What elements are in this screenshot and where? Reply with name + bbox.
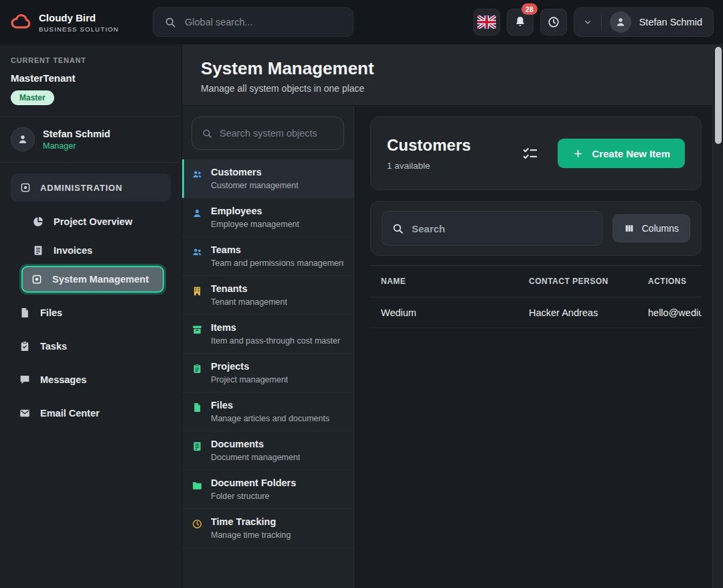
uk-flag-icon — [477, 15, 496, 29]
cloud-logo-icon — [9, 11, 32, 33]
object-description: Folder structure — [211, 492, 296, 501]
object-search-input[interactable] — [220, 128, 334, 139]
columns-button-label: Columns — [642, 223, 679, 234]
object-item-files[interactable]: Files Manage articles and documents — [182, 392, 353, 431]
object-item-employees[interactable]: Employees Employee management — [182, 198, 353, 237]
object-description: Document management — [211, 453, 300, 462]
chevron-down-icon — [582, 17, 593, 27]
search-icon — [392, 222, 404, 235]
system-icon — [31, 273, 43, 285]
clipboard-icon — [191, 363, 203, 374]
sidebar-user-role: Manager — [43, 141, 110, 151]
object-description: Item and pass-through cost master — [211, 336, 340, 346]
brand-tagline: BUSINESS SOLUTION — [39, 25, 119, 33]
object-description: Manage time tracking — [211, 530, 291, 540]
detail-panel: Customers 1 available Create New Item — [354, 106, 712, 588]
avatar — [11, 127, 35, 151]
brand: Cloudy Bird BUSINESS SOLUTION — [9, 11, 153, 33]
notifications-button[interactable]: 28 — [507, 9, 534, 35]
user-menu[interactable]: Stefan Schmid — [574, 7, 714, 37]
object-item-document-folders[interactable]: Document Folders Folder structure — [182, 470, 353, 509]
cell-name: Wedium — [381, 307, 529, 318]
object-item-documents[interactable]: Documents Document management — [182, 431, 353, 470]
object-description: Project management — [211, 375, 288, 384]
sidebar-item-email-center[interactable]: Email Center — [11, 400, 171, 427]
checklist-icon[interactable] — [521, 145, 539, 162]
table-toolbar-card: Columns — [370, 201, 702, 256]
sidebar-item-tasks[interactable]: Tasks — [11, 333, 171, 360]
bell-icon — [513, 15, 527, 29]
section-label: ADMINISTRATION — [40, 183, 123, 193]
clock-icon — [547, 15, 560, 29]
column-header-name: NAME — [381, 277, 529, 286]
tenant-badge: Master — [11, 90, 54, 105]
object-label: Tenants — [211, 283, 287, 294]
object-label: Employees — [211, 206, 299, 216]
object-search[interactable] — [191, 117, 344, 150]
tenant-name: MasterTenant — [11, 72, 171, 84]
system-objects-panel: Customers Customer management Employees … — [182, 106, 354, 588]
object-item-teams[interactable]: Teams Team and permissions management — [182, 237, 353, 276]
columns-button[interactable]: Columns — [613, 214, 690, 242]
table-row[interactable]: Wedium Hacker Andreas hello@wedium — [370, 297, 702, 328]
object-item-time-tracking[interactable]: Time Tracking Manage time tracking — [182, 509, 353, 548]
object-item-tenants[interactable]: Tenants Tenant management — [182, 276, 353, 315]
global-search-input[interactable] — [185, 17, 342, 27]
search-icon — [164, 16, 177, 29]
sidebar-item-messages[interactable]: Messages — [11, 366, 171, 393]
divider — [0, 116, 181, 117]
object-label: Teams — [211, 244, 344, 255]
sidebar-item-label: Messages — [40, 374, 86, 385]
main-content: System Management Manage all system obje… — [182, 44, 712, 588]
customers-table: NAME CONTACT PERSON ACTIONS Wedium Hacke… — [370, 265, 702, 328]
current-tenant-label: CURRENT TENANT — [11, 56, 171, 64]
language-button[interactable] — [473, 9, 500, 35]
page-header: System Management Manage all system obje… — [182, 44, 712, 106]
page-scrollbar — [712, 44, 723, 588]
create-new-item-button[interactable]: Create New Item — [558, 139, 685, 168]
object-item-customers[interactable]: Customers Customer management — [182, 159, 353, 198]
table-search-input[interactable] — [412, 223, 592, 234]
cell-actions[interactable]: hello@wedium — [648, 307, 702, 318]
notification-badge: 28 — [521, 3, 538, 15]
object-description: Employee management — [211, 220, 299, 229]
topbar: Cloudy Bird BUSINESS SOLUTION 28 — [0, 0, 723, 44]
available-count: 1 available — [387, 161, 471, 171]
object-list: Customers Customer management Employees … — [182, 159, 353, 588]
building-icon — [191, 285, 203, 297]
scrollbar-thumb[interactable] — [715, 47, 722, 144]
table-search[interactable] — [382, 211, 602, 246]
sidebar-item-invoices[interactable]: Invoices — [24, 237, 171, 264]
sidebar-item-files[interactable]: Files — [11, 299, 171, 326]
sidebar-item-system-management[interactable]: System Management — [21, 266, 164, 293]
user-name: Stefan Schmid — [639, 17, 702, 27]
object-description: Tenant management — [211, 297, 287, 307]
document-icon — [191, 441, 203, 452]
sidebar-item-label: Invoices — [54, 245, 92, 256]
column-header-contact-person: CONTACT PERSON — [529, 277, 648, 286]
section-administration[interactable]: ADMINISTRATION — [11, 173, 171, 202]
search-icon — [202, 128, 213, 139]
sidebar-item-label: Files — [40, 307, 62, 318]
global-search[interactable] — [153, 7, 353, 37]
object-label: Files — [211, 400, 329, 411]
object-description: Customer management — [211, 181, 299, 190]
system-icon — [19, 181, 31, 194]
object-label: Projects — [211, 361, 288, 372]
table-header-row: NAME CONTACT PERSON ACTIONS — [370, 265, 702, 297]
object-label: Customers — [211, 167, 299, 177]
history-button[interactable] — [540, 9, 567, 35]
object-description: Team and permissions management — [211, 259, 344, 268]
folder-icon — [191, 480, 203, 491]
object-label: Items — [211, 322, 340, 333]
avatar — [610, 11, 631, 33]
sidebar-user-name: Stefan Schmid — [43, 129, 110, 139]
sidebar-item-label: Tasks — [40, 341, 67, 352]
sidebar-item-label: System Management — [52, 274, 149, 285]
plus-icon — [572, 148, 584, 159]
object-item-projects[interactable]: Projects Project management — [182, 354, 353, 392]
sidebar-item-project-overview[interactable]: Project Overview — [24, 208, 171, 235]
object-label: Time Tracking — [211, 516, 291, 527]
create-button-label: Create New Item — [592, 148, 670, 159]
object-item-items[interactable]: Items Item and pass-through cost master — [182, 315, 353, 354]
